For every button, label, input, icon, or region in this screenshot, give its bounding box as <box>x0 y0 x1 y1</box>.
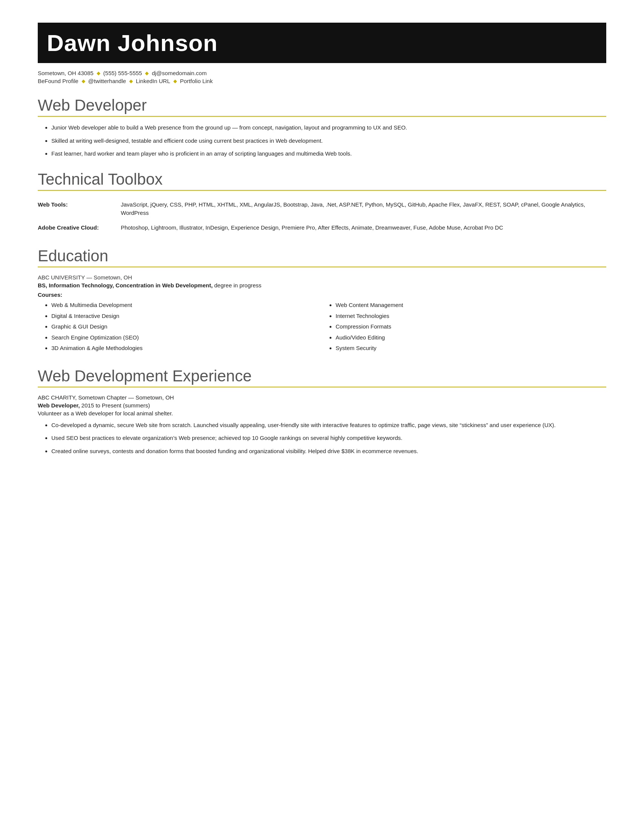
toolbox-value-1: JavaScript, jQuery, CSS, PHP, HTML, XHTM… <box>121 198 606 220</box>
toolbox-divider <box>38 190 606 191</box>
experience-section: Web Development Experience ABC CHARITY, … <box>38 367 606 456</box>
contact-twitter: @twitterhandle <box>88 78 126 84</box>
contact-email: dj@somedomain.com <box>152 70 207 76</box>
resume-page: Dawn Johnson Sometown, OH 43085 ◆ (555) … <box>0 0 644 833</box>
course-1-3: Graphic & GUI Design <box>51 322 322 331</box>
toolbox-label-2: Adobe Creative Cloud: <box>38 220 121 235</box>
edu-degree-rest: degree in progress <box>212 282 261 288</box>
toolbox-row-1: Web Tools: JavaScript, jQuery, CSS, PHP,… <box>38 198 606 220</box>
course-2-5: System Security <box>336 344 606 353</box>
toolbox-title: Technical Toolbox <box>38 170 606 188</box>
exp-bullets-1: Co-developed a dynamic, secure Web site … <box>38 421 606 456</box>
contact-line-1: Sometown, OH 43085 ◆ (555) 555-5555 ◆ dj… <box>38 70 606 76</box>
course-1-1: Web & Multimedia Development <box>51 301 322 310</box>
edu-institution: ABC UNIVERSITY — Sometown, OH <box>38 274 606 281</box>
summary-item-1: Junior Web developer able to build a Web… <box>51 124 606 132</box>
diamond-4: ◆ <box>129 78 133 84</box>
diamond-3: ◆ <box>82 78 85 84</box>
experience-title: Web Development Experience <box>38 367 606 385</box>
courses-col-2: Web Content Management Internet Technolo… <box>322 301 606 355</box>
summary-title: Web Developer <box>38 96 606 114</box>
courses-col-1: Web & Multimedia Development Digital & I… <box>38 301 322 355</box>
education-section: Education ABC UNIVERSITY — Sometown, OH … <box>38 247 606 355</box>
contact-befound: BeFound Profile <box>38 78 79 84</box>
toolbox-label-1: Web Tools: <box>38 198 121 220</box>
course-2-1: Web Content Management <box>336 301 606 310</box>
candidate-name: Dawn Johnson <box>47 29 597 56</box>
experience-divider <box>38 387 606 388</box>
exp-bullet-1-1: Co-developed a dynamic, secure Web site … <box>51 421 606 430</box>
summary-divider <box>38 116 606 117</box>
contact-info-block: Sometown, OH 43085 ◆ (555) 555-5555 ◆ dj… <box>38 70 606 84</box>
summary-list: Junior Web developer able to build a Web… <box>38 124 606 158</box>
exp-title-rest-1: 2015 to Present (summers) <box>80 402 150 408</box>
exp-employer-1: ABC CHARITY, Sometown Chapter — Sometown… <box>38 394 606 400</box>
exp-title-bold-1: Web Developer, <box>38 402 80 408</box>
diamond-2: ◆ <box>145 70 149 76</box>
contact-linkedin: LinkedIn URL <box>136 78 170 84</box>
course-1-5: 3D Animation & Agile Methodologies <box>51 344 322 353</box>
summary-item-2: Skilled at writing well-designed, testab… <box>51 137 606 145</box>
courses-list-1: Web & Multimedia Development Digital & I… <box>38 301 322 353</box>
edu-degree: BS, Information Technology, Concentratio… <box>38 282 606 288</box>
exp-entry-1: ABC CHARITY, Sometown Chapter — Sometown… <box>38 394 606 456</box>
education-title: Education <box>38 247 606 265</box>
exp-bullet-1-3: Created online surveys, contests and don… <box>51 447 606 456</box>
education-divider <box>38 267 606 267</box>
courses-label: Courses: <box>38 291 606 298</box>
diamond-1: ◆ <box>96 70 100 76</box>
course-2-2: Internet Technologies <box>336 312 606 321</box>
exp-bullet-1-2: Used SEO best practices to elevate organ… <box>51 434 606 442</box>
course-1-2: Digital & Interactive Design <box>51 312 322 321</box>
edu-degree-bold: BS, Information Technology, Concentratio… <box>38 282 212 288</box>
course-2-4: Audio/Video Editing <box>336 333 606 342</box>
toolbox-value-2: Photoshop, Lightroom, Illustrator, InDes… <box>121 220 606 235</box>
name-block: Dawn Johnson <box>38 23 606 63</box>
course-1-4: Search Engine Optimization (SEO) <box>51 333 322 342</box>
toolbox-row-2: Adobe Creative Cloud: Photoshop, Lightro… <box>38 220 606 235</box>
courses-list-2: Web Content Management Internet Technolo… <box>322 301 606 353</box>
contact-city: Sometown, OH 43085 <box>38 70 94 76</box>
toolbox-table: Web Tools: JavaScript, jQuery, CSS, PHP,… <box>38 198 606 235</box>
contact-phone: (555) 555-5555 <box>103 70 142 76</box>
contact-portfolio: Portfolio Link <box>180 78 213 84</box>
courses-columns: Web & Multimedia Development Digital & I… <box>38 301 606 355</box>
exp-description-1: Volunteer as a Web developer for local a… <box>38 410 606 416</box>
course-2-3: Compression Formats <box>336 322 606 331</box>
exp-title-line-1: Web Developer, 2015 to Present (summers) <box>38 402 606 408</box>
toolbox-section: Technical Toolbox Web Tools: JavaScript,… <box>38 170 606 235</box>
summary-item-3: Fast learner, hard worker and team playe… <box>51 150 606 158</box>
contact-line-2: BeFound Profile ◆ @twitterhandle ◆ Linke… <box>38 78 606 84</box>
summary-section: Web Developer Junior Web developer able … <box>38 96 606 158</box>
diamond-5: ◆ <box>173 78 177 84</box>
